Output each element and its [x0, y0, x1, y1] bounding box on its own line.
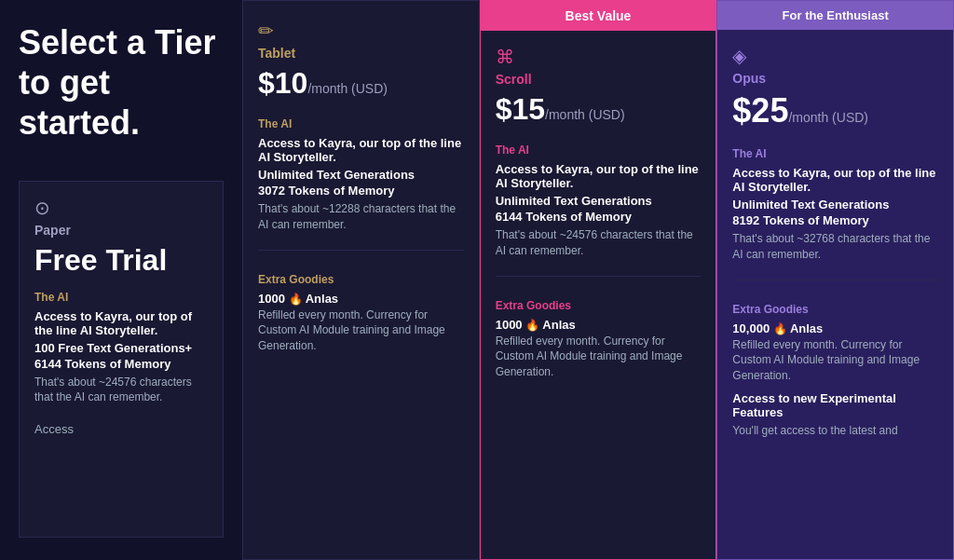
paper-name: Paper	[34, 223, 208, 238]
scroll-ai-section: The AI	[496, 143, 702, 157]
tablet-price: $10/month (USD)	[258, 66, 464, 101]
tablet-anlas: 1000 🔥 Anlas	[258, 292, 464, 306]
opus-feature2: 8192 Tokens of Memory	[732, 213, 938, 227]
scroll-extra-section: Extra Goodies	[496, 299, 702, 312]
tablet-feature2-desc: That's about ~12288 characters that the …	[258, 201, 464, 233]
scroll-price: $15/month (USD)	[496, 92, 702, 127]
opus-icon: ◈	[732, 45, 938, 67]
cards-section: ✏ Tablet $10/month (USD) The AI Access t…	[242, 0, 954, 560]
paper-feature2: 6144 Tokens of Memory	[34, 357, 208, 371]
opus-feature3: Access to new Experimental Features	[732, 391, 938, 419]
scroll-icon: ⌘	[496, 46, 702, 68]
paper-access-label: Access	[34, 422, 74, 436]
opus-name: Opus	[732, 71, 938, 86]
paper-icon: ⊙	[34, 197, 208, 219]
scroll-feature1: Unlimited Text Generations	[496, 194, 702, 208]
tablet-extra-section: Extra Goodies	[258, 273, 464, 286]
paper-ai-desc: Access to Kayra, our top of the line AI …	[34, 309, 208, 337]
opus-price: $25/month (USD)	[732, 91, 938, 130]
scroll-price-unit: /month (USD)	[545, 107, 625, 122]
scroll-anlas-desc: Refilled every month. Currency for Custo…	[496, 334, 702, 380]
opus-extra-section: Extra Goodies	[732, 303, 938, 316]
page-title: Select a Tier to get started.	[19, 22, 224, 143]
enthusiast-banner: For the Enthusiast	[717, 1, 953, 30]
scroll-divider	[496, 276, 702, 277]
opus-anlas: 10,000 🔥 Anlas	[732, 321, 938, 335]
scroll-name: Scroll	[496, 72, 702, 87]
opus-card: For the Enthusiast ◈ Opus $25/month (USD…	[716, 0, 954, 560]
paper-ai-section: The AI	[34, 291, 208, 304]
paper-card: ⊙ Paper Free Trial The AI Access to Kayr…	[19, 181, 224, 538]
opus-anlas-desc: Refilled every month. Currency for Custo…	[732, 337, 938, 384]
hero-section: Select a Tier to get started. ⊙ Paper Fr…	[0, 0, 242, 560]
opus-price-unit: /month (USD)	[788, 110, 868, 125]
opus-divider	[732, 280, 938, 280]
tablet-anlas-desc: Refilled every month. Currency for Custo…	[258, 307, 464, 354]
scroll-ai-desc: Access to Kayra, our top of the line AI …	[496, 162, 702, 190]
opus-price-amount: $25	[732, 91, 788, 130]
tablet-feature1: Unlimited Text Generations	[258, 168, 464, 182]
tablet-icon: ✏	[258, 20, 464, 42]
scroll-anlas: 1000 🔥 Anlas	[496, 318, 702, 332]
opus-feature3-desc: You'll get access to the latest and	[732, 423, 938, 439]
scroll-card: Best Value ⌘ Scroll $15/month (USD) The …	[480, 0, 717, 560]
paper-access-area: Access	[34, 420, 208, 437]
paper-price: Free Trial	[34, 243, 208, 278]
scroll-feature2-desc: That's about ~24576 characters that the …	[496, 227, 702, 259]
tablet-anlas-icon: 🔥	[289, 293, 303, 306]
best-value-banner: Best Value	[481, 1, 716, 31]
opus-feature2-desc: That's about ~32768 characters that the …	[732, 231, 938, 263]
opus-ai-section: The AI	[732, 147, 938, 160]
paper-price-label: Free Trial	[34, 243, 167, 277]
opus-anlas-icon: 🔥	[773, 322, 787, 335]
scroll-feature2: 6144 Tokens of Memory	[496, 210, 702, 224]
tablet-ai-desc: Access to Kayra, our top of the line AI …	[258, 136, 464, 164]
tablet-name: Tablet	[258, 46, 464, 61]
tablet-price-unit: /month (USD)	[307, 81, 388, 96]
tablet-divider	[258, 250, 464, 251]
opus-feature1: Unlimited Text Generations	[732, 198, 938, 212]
scroll-price-amount: $15	[496, 92, 545, 126]
tablet-price-amount: $10	[258, 66, 307, 100]
scroll-anlas-icon: 🔥	[525, 319, 539, 332]
paper-feature2-desc: That's about ~24576 characters that the …	[34, 375, 208, 406]
tablet-card: ✏ Tablet $10/month (USD) The AI Access t…	[242, 0, 480, 560]
tablet-feature2: 3072 Tokens of Memory	[258, 184, 464, 198]
paper-feature1: 100 Free Text Generations+	[34, 341, 208, 355]
tablet-ai-section: The AI	[258, 117, 464, 130]
opus-ai-desc: Access to Kayra, our top of the line AI …	[732, 166, 938, 194]
